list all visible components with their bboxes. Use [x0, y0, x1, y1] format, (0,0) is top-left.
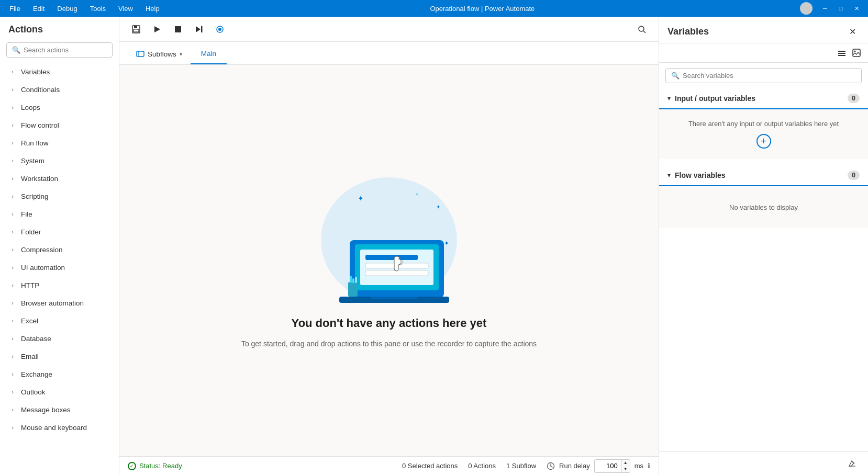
action-item-ui-automation[interactable]: › UI automation — [0, 258, 119, 276]
action-item-file[interactable]: › File — [0, 205, 119, 223]
action-item-exchange[interactable]: › Exchange — [0, 365, 119, 383]
action-label: Exchange — [21, 370, 52, 378]
menu-bar: File Edit Debug Tools View Help — [4, 3, 165, 15]
input-output-variables-header[interactable]: ▾ Input / output variables 0 — [659, 88, 868, 109]
flow-variables-empty-text: No variables to display — [729, 203, 798, 211]
svg-rect-24 — [365, 270, 428, 276]
action-item-variables[interactable]: › Variables — [0, 63, 119, 81]
search-button[interactable] — [633, 21, 650, 38]
action-item-outlook[interactable]: › Outlook — [0, 383, 119, 401]
close-variables-button[interactable]: ✕ — [845, 24, 860, 39]
action-label: Flow control — [21, 121, 59, 129]
action-item-http[interactable]: › HTTP — [0, 276, 119, 294]
tab-main[interactable]: Main — [191, 43, 227, 64]
search-variables-input[interactable] — [683, 72, 856, 80]
search-icon: 🔍 — [12, 46, 20, 54]
menu-file[interactable]: File — [4, 3, 26, 15]
section-chevron-icon: ▾ — [667, 95, 671, 102]
flow-variables-content: No variables to display — [659, 186, 868, 228]
action-label: Browser automation — [21, 299, 84, 307]
run-delay-unit: ms — [635, 462, 643, 470]
variables-panel: Variables ✕ 🔍 — [659, 17, 868, 475]
run-delay-spinners: ▲ ▼ — [621, 460, 630, 472]
svg-rect-37 — [853, 49, 860, 56]
actions-panel: Actions 🔍 › Variables › Conditionals › L… — [0, 17, 119, 475]
svg-point-9 — [639, 26, 644, 31]
save-button[interactable] — [128, 21, 144, 38]
svg-text:✦: ✦ — [444, 240, 449, 247]
action-label: Workstation — [21, 175, 58, 183]
chevron-icon: › — [8, 316, 17, 325]
variables-panel-icon2[interactable] — [849, 46, 864, 60]
svg-rect-35 — [838, 53, 845, 54]
menu-tools[interactable]: Tools — [85, 3, 111, 15]
action-item-system[interactable]: › System — [0, 152, 119, 169]
window-title: Operational flow | Power Automate — [165, 5, 800, 13]
search-variables-icon: 🔍 — [671, 72, 680, 80]
minimize-button[interactable]: ─ — [818, 1, 832, 16]
close-button[interactable]: ✕ — [849, 1, 864, 16]
run-delay-label: Run delay — [559, 462, 590, 470]
variables-panel-icon1[interactable] — [834, 46, 849, 60]
chevron-icon: › — [8, 281, 17, 289]
variables-title: Variables — [667, 26, 845, 37]
tab-subflows[interactable]: Subflows ▾ — [128, 43, 191, 64]
center-panel: Subflows ▾ Main ✦ ✦ ✦ ✦ ✦ — [119, 17, 659, 475]
action-item-mouse-keyboard[interactable]: › Mouse and keyboard — [0, 419, 119, 436]
run-delay-increment[interactable]: ▲ — [621, 460, 630, 466]
action-item-run-flow[interactable]: › Run flow — [0, 134, 119, 152]
maximize-button[interactable]: □ — [833, 1, 848, 16]
action-item-browser-automation[interactable]: › Browser automation — [0, 294, 119, 312]
action-item-folder[interactable]: › Folder — [0, 223, 119, 241]
action-item-database[interactable]: › Database — [0, 330, 119, 347]
stop-button[interactable] — [170, 21, 186, 38]
user-avatar — [800, 2, 813, 15]
run-delay-input[interactable] — [595, 461, 621, 471]
selected-actions-count: 0 Selected actions — [402, 462, 458, 470]
svg-rect-36 — [838, 55, 845, 56]
action-label: Scripting — [21, 193, 49, 200]
add-input-output-variable-button[interactable]: + — [756, 134, 771, 149]
run-button[interactable] — [149, 21, 165, 38]
action-item-loops[interactable]: › Loops — [0, 98, 119, 116]
action-label: Conditionals — [21, 86, 60, 94]
menu-view[interactable]: View — [113, 3, 138, 15]
action-item-email[interactable]: › Email — [0, 347, 119, 365]
next-step-button[interactable] — [191, 21, 207, 38]
flow-variables-section: ▾ Flow variables 0 No variables to displ… — [659, 165, 868, 228]
svg-line-10 — [643, 31, 646, 33]
clear-variables-button[interactable] — [845, 456, 860, 471]
menu-edit[interactable]: Edit — [28, 3, 50, 15]
flow-variables-header[interactable]: ▾ Flow variables 0 — [659, 165, 868, 186]
svg-marker-3 — [154, 26, 160, 32]
action-item-message-boxes[interactable]: › Message boxes — [0, 401, 119, 419]
image-icon — [852, 48, 861, 58]
run-delay-container: Run delay ▲ ▼ ms ℹ — [547, 459, 650, 473]
action-label: Database — [21, 335, 51, 343]
svg-rect-34 — [838, 51, 845, 52]
run-delay-info-icon[interactable]: ℹ — [648, 462, 650, 470]
action-label: System — [21, 157, 44, 165]
eraser-icon — [848, 459, 857, 468]
action-item-excel[interactable]: › Excel — [0, 312, 119, 330]
menu-debug[interactable]: Debug — [52, 3, 82, 15]
action-label: UI automation — [21, 264, 65, 272]
action-item-flow-control[interactable]: › Flow control — [0, 116, 119, 134]
action-item-scripting[interactable]: › Scripting — [0, 187, 119, 205]
status-bar: Status: Ready 0 Selected actions 0 Actio… — [119, 456, 659, 475]
run-delay-decrement[interactable]: ▼ — [621, 466, 630, 472]
svg-rect-27 — [352, 278, 354, 283]
record-button[interactable] — [212, 21, 228, 38]
action-item-compression[interactable]: › Compression — [0, 241, 119, 258]
search-actions-box[interactable]: 🔍 — [6, 42, 113, 58]
chevron-icon: › — [8, 210, 17, 218]
action-item-workstation[interactable]: › Workstation — [0, 169, 119, 187]
svg-rect-28 — [355, 277, 357, 283]
menu-help[interactable]: Help — [140, 3, 165, 15]
subflows-icon — [136, 50, 144, 58]
search-variables-box[interactable]: 🔍 — [665, 68, 862, 83]
search-actions-input[interactable] — [24, 46, 107, 54]
chevron-icon: › — [8, 388, 17, 396]
flow-variables-section-title: Flow variables — [675, 171, 848, 179]
action-item-conditionals[interactable]: › Conditionals — [0, 81, 119, 98]
